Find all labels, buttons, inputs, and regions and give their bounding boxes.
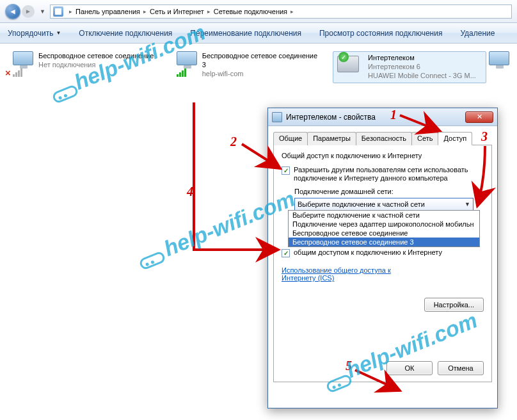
connection-wireless-1[interactable]: × Беспроводное сетевое соединение Нет по… [5,51,159,83]
connection-title: Беспроводное сетевое соединение [38,51,154,60]
annotation-2: 2 [230,134,237,149]
tab-content: Общий доступ к подключению к Интернету Р… [273,145,492,382]
toolbar-status[interactable]: Просмотр состояния подключения [319,29,442,38]
connection-sub1: Интертелеком 6 [368,62,476,71]
allow-control-label: общим доступом к подключению к Интернету [294,248,442,257]
connections-area: × Беспроводное сетевое соединение Нет по… [0,44,517,91]
control-panel-icon [53,6,63,17]
close-button[interactable]: ✕ [465,111,493,123]
watermark-icon [138,250,166,271]
tabs: Общие Параметры Безопасность Сеть Доступ [273,131,492,145]
tab-params[interactable]: Параметры [307,132,356,145]
toolbar: Упорядочить▼ Отключение подключения Пере… [0,23,517,44]
annotation-5: 5 [346,359,352,373]
cancel-button[interactable]: Отмена [438,361,484,375]
toolbar-disable[interactable]: Отключение подключения [79,29,172,38]
tab-access[interactable]: Доступ [438,132,472,145]
annotation-4: 4 [187,184,193,199]
connection-intertelecom[interactable]: ✓ Интертелеком Интертелеком 6 HUAWEI Mob… [333,51,486,83]
settings-button[interactable]: Настройка... [424,298,484,312]
allow-sharing-label: Разрешить другим пользователям сети испо… [294,166,484,182]
back-button[interactable]: ◄ [5,4,20,19]
tab-network[interactable]: Сеть [411,132,438,145]
dropdown-list: Выберите подключение к частной сети Подк… [288,210,480,247]
wireless-icon: × [5,51,33,77]
dropdown-option[interactable]: Выберите подключение к частной сети [289,211,479,220]
connection-title: Интертелеком [368,53,476,62]
chevron-down-icon: ▼ [465,201,470,207]
allow-control-checkbox[interactable] [282,249,290,257]
x-icon: × [5,67,11,78]
dialog-titlebar[interactable]: Интертелеком - свойства ✕ [268,108,497,126]
toolbar-organize[interactable]: Упорядочить▼ [8,29,61,38]
dropdown-option[interactable]: Подключение через адаптер широкополосной… [289,220,479,229]
connection-sub2: HUAWEI Mobile Connect - 3G M... [368,71,476,80]
dropdown-option-selected[interactable]: Беспроводное сетевое соединение 3 [289,238,479,246]
breadcrumb-p2[interactable]: Сеть и Интернет [150,8,204,15]
annotation-1: 1 [390,108,397,122]
annotation-3: 3 [481,129,488,144]
dropdown-option[interactable]: Беспроводное сетевое соединение [289,229,479,238]
properties-dialog: Интертелеком - свойства ✕ Общие Параметр… [267,108,498,408]
tab-security[interactable]: Безопасность [356,132,412,145]
dialog-title: Интертелеком - свойства [286,113,376,122]
ok-button[interactable]: ОК [386,361,433,375]
connection-status: Нет подключения [38,60,154,69]
connection-title: Беспроводное сетевое соединение 3 [202,51,322,69]
dialog-icon [272,112,282,122]
connection-next[interactable] [497,51,509,83]
adapter-icon [497,51,509,77]
check-icon: ✓ [338,52,349,62]
toolbar-rename[interactable]: Переименование подключения [190,29,301,38]
breadcrumb-p3[interactable]: Сетевые подключения [214,8,287,15]
breadcrumb[interactable]: ▸ Панель управления ▸ Сеть и Интернет ▸ … [50,4,512,19]
tab-general[interactable]: Общие [273,132,308,145]
allow-sharing-checkbox[interactable] [282,166,290,175]
modem-icon: ✓ [335,53,363,79]
nav-bar: ◄ ► ▼ ▸ Панель управления ▸ Сеть и Интер… [0,0,517,23]
section-title: Общий доступ к подключению к Интернету [282,152,484,159]
nav-history-dropdown[interactable]: ▼ [40,8,46,15]
homenet-label: Подключение домашней сети: [294,188,484,195]
forward-button[interactable]: ► [22,5,35,18]
wireless-icon [169,51,197,77]
toolbar-delete[interactable]: Удаление [460,29,495,38]
ics-link[interactable]: Использование общего доступа к Интернету… [282,266,397,282]
connection-subtitle: help-wifi-com [202,69,322,78]
breadcrumb-p1[interactable]: Панель управления [76,8,140,15]
homenet-dropdown[interactable]: Выберите подключение к частной сети ▼ [294,198,473,211]
connection-wireless-3[interactable]: Беспроводное сетевое соединение 3 help-w… [169,51,322,83]
